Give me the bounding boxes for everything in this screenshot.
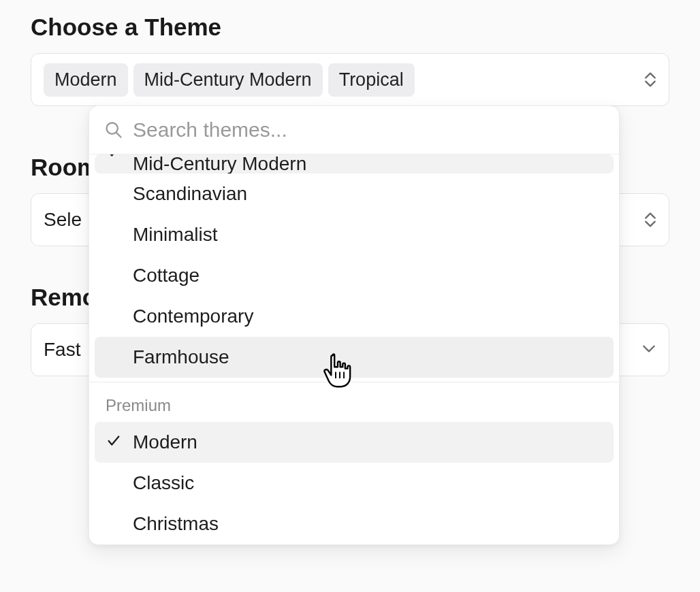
svg-line-1: [116, 133, 121, 137]
theme-chip[interactable]: Modern: [44, 63, 128, 97]
option-label: Contemporary: [133, 306, 253, 327]
dropdown-option[interactable]: Scandinavian: [89, 174, 619, 214]
dropdown-options[interactable]: Mid-Century Modern Scandinavian Minimali…: [89, 154, 619, 544]
theme-chip[interactable]: Mid-Century Modern: [133, 63, 323, 97]
dropdown-option[interactable]: Modern: [95, 422, 614, 463]
divider: [89, 382, 619, 382]
option-label: Classic: [133, 472, 194, 494]
dropdown-option[interactable]: Cottage: [89, 255, 619, 296]
theme-chip[interactable]: Tropical: [328, 63, 415, 97]
check-slot: [104, 154, 123, 164]
chevron-down-icon: [641, 344, 656, 356]
dropdown-option[interactable]: Classic: [89, 463, 619, 504]
search-icon: [104, 120, 123, 139]
up-down-chevron-icon: [644, 71, 656, 88]
remodel-placeholder: Fast: [44, 339, 80, 361]
dropdown-option[interactable]: Farmhouse: [95, 337, 614, 378]
option-label: Christmas: [133, 513, 219, 535]
dropdown-option[interactable]: Contemporary: [89, 296, 619, 337]
option-label: Modern: [133, 431, 197, 453]
check-icon: [106, 431, 121, 453]
dropdown-option[interactable]: Christmas: [89, 504, 619, 544]
check-slot: [104, 431, 123, 453]
theme-label: Choose a Theme: [31, 14, 669, 41]
dropdown-option[interactable]: Minimalist: [89, 214, 619, 255]
dropdown-search-row: [89, 106, 619, 154]
up-down-chevron-icon: [644, 212, 656, 228]
dropdown-option[interactable]: Mid-Century Modern: [95, 154, 614, 174]
option-label: Minimalist: [133, 224, 217, 246]
theme-chips: Modern Mid-Century Modern Tropical: [44, 63, 415, 97]
option-label: Scandinavian: [133, 183, 247, 205]
theme-field: Choose a Theme Modern Mid-Century Modern…: [31, 14, 669, 106]
dropdown-group-label: Premium: [89, 387, 619, 422]
room-placeholder: Sele: [44, 209, 82, 231]
theme-dropdown: Mid-Century Modern Scandinavian Minimali…: [89, 105, 620, 545]
option-label: Farmhouse: [133, 346, 229, 368]
check-icon: [106, 154, 121, 164]
option-label: Cottage: [133, 265, 200, 286]
option-label: Mid-Century Modern: [133, 154, 306, 174]
theme-select[interactable]: Modern Mid-Century Modern Tropical: [31, 53, 669, 106]
dropdown-search-input[interactable]: [133, 118, 604, 142]
